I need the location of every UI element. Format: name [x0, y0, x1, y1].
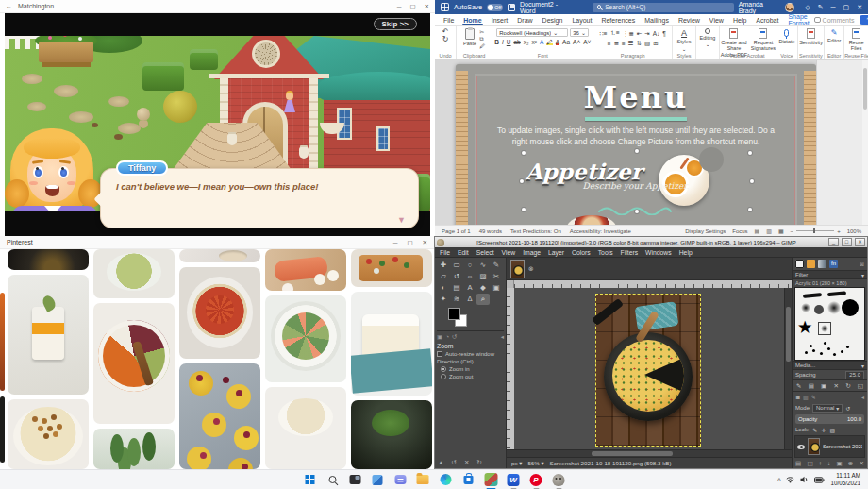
maximize-icon[interactable]: ▢: [409, 3, 415, 10]
numbering-icon[interactable]: ⒈≡: [610, 29, 620, 38]
subscript-icon[interactable]: x₂: [524, 39, 529, 45]
transform-tool-icon[interactable]: ⇔: [463, 271, 476, 282]
tab-mailings[interactable]: Mailings: [640, 16, 674, 25]
redo-icon[interactable]: ↻: [442, 36, 449, 43]
fonts-tab-icon[interactable]: fn: [829, 260, 838, 268]
underline-icon[interactable]: U: [507, 39, 511, 45]
color-swatches[interactable]: [448, 308, 471, 329]
delete-layer-icon[interactable]: ✕: [859, 460, 863, 467]
unit-select[interactable]: px ▾: [511, 460, 522, 466]
tab-help[interactable]: Help: [728, 16, 751, 25]
accessibility-status[interactable]: Accessibility: Investigate: [570, 228, 631, 234]
duplicate-brush-icon[interactable]: ▣: [821, 382, 826, 390]
lock-alpha-icon[interactable]: ▨: [829, 427, 835, 433]
pin[interactable]: [93, 429, 175, 469]
wifi-icon[interactable]: [786, 476, 794, 483]
tab-acrobat[interactable]: Acrobat: [751, 16, 783, 25]
scissors-tool-icon[interactable]: ✂: [490, 271, 503, 282]
patterns-tab-icon[interactable]: [807, 260, 815, 268]
pin[interactable]: [351, 292, 432, 396]
pin[interactable]: [0, 396, 5, 463]
brush-filter-row[interactable]: Filter▾: [793, 270, 867, 279]
document-area[interactable]: Menu To update images, single click with…: [435, 60, 868, 225]
pin[interactable]: [351, 249, 432, 287]
comments-button[interactable]: Comments: [814, 17, 855, 24]
tab-draw[interactable]: Draw: [512, 16, 537, 25]
volume-icon[interactable]: [800, 476, 809, 483]
rect-select-tool-icon[interactable]: ▭: [450, 260, 463, 271]
lock-pixels-icon[interactable]: ✎: [812, 427, 817, 433]
focus-mode[interactable]: Focus: [732, 228, 747, 234]
restore-icon[interactable]: ▢: [843, 4, 850, 11]
new-group-icon[interactable]: ◫: [807, 460, 812, 467]
reuse-files-button[interactable]: Reuse Files: [846, 28, 866, 52]
delete-options-icon[interactable]: ✕: [464, 459, 469, 466]
auto-resize-checkbox[interactable]: Auto-resize window: [437, 351, 504, 357]
lower-layer-icon[interactable]: ↓: [827, 460, 830, 467]
refresh-brushes-icon[interactable]: ↻: [845, 382, 850, 390]
menu-colors[interactable]: Colors: [572, 249, 591, 256]
media-row[interactable]: Media...▾: [793, 361, 867, 370]
save-icon[interactable]: [508, 4, 515, 11]
lock-position-icon[interactable]: ✛: [821, 427, 826, 433]
minimize-icon[interactable]: ─: [831, 4, 836, 11]
selection-handle[interactable]: [635, 149, 639, 153]
menu-windows[interactable]: Windows: [645, 249, 672, 256]
pin[interactable]: [93, 249, 175, 298]
pin[interactable]: [265, 295, 346, 382]
canvas-vscrollbar[interactable]: [784, 288, 792, 449]
shading-icon[interactable]: ▨: [644, 40, 650, 47]
merge-layer-icon[interactable]: ⊕: [848, 460, 853, 467]
zoom-level[interactable]: 100%: [847, 228, 861, 234]
selection-handle[interactable]: [522, 208, 526, 211]
brushes-tab-icon[interactable]: [795, 260, 804, 268]
copy-icon[interactable]: ⧉: [479, 36, 485, 42]
chat-button[interactable]: [392, 472, 409, 488]
superscript-icon[interactable]: x²: [531, 39, 536, 45]
new-brush-icon[interactable]: ▤: [809, 382, 814, 390]
skip-button[interactable]: Skip >>: [374, 18, 417, 30]
font-size-select[interactable]: 36⌄: [570, 28, 589, 37]
pin[interactable]: [179, 267, 260, 359]
menu-image[interactable]: Image: [523, 249, 541, 256]
selection-handle[interactable]: [748, 208, 752, 211]
restore-options-icon[interactable]: ↺: [451, 459, 456, 466]
free-select-tool-icon[interactable]: ∿: [476, 260, 490, 271]
tray-expand-icon[interactable]: ^: [777, 477, 780, 483]
appetizer-heading[interactable]: Appetizer: [526, 159, 643, 184]
display-settings[interactable]: Display Settings: [685, 228, 726, 234]
switch-mode-icon[interactable]: ↺: [845, 405, 850, 412]
appetizer-caption[interactable]: Describe your Appetizer.: [456, 181, 816, 191]
tab-layout[interactable]: Layout: [567, 16, 596, 25]
image-tab-close-icon[interactable]: ⊗: [528, 265, 534, 273]
selection-handle[interactable]: [748, 151, 752, 155]
pin[interactable]: [8, 249, 89, 270]
minimize-icon[interactable]: ─: [393, 239, 398, 246]
tab-view[interactable]: View: [705, 16, 728, 25]
eraser-tool-icon[interactable]: ◆: [476, 282, 490, 294]
open-brush-icon[interactable]: ◱: [858, 382, 863, 390]
menu-view[interactable]: View: [502, 249, 516, 256]
menu-help[interactable]: Help: [679, 249, 693, 256]
edit-brush-icon[interactable]: ✎: [796, 382, 801, 390]
ellipse-select-tool-icon[interactable]: ○: [463, 260, 476, 271]
tab-design[interactable]: Design: [538, 16, 568, 25]
tab-review[interactable]: Review: [674, 16, 705, 25]
tool-options-tab-icon[interactable]: ▣: [437, 333, 442, 341]
foreground-color[interactable]: [448, 308, 460, 320]
close-icon[interactable]: ✕: [425, 3, 429, 10]
close-icon[interactable]: ✕: [855, 238, 865, 246]
editing-mode-icon[interactable]: ✎: [818, 4, 824, 11]
paths-tab-icon[interactable]: ✎: [811, 394, 816, 400]
minimize-icon[interactable]: _: [828, 238, 839, 246]
dictate-button[interactable]: Dictate: [778, 28, 794, 44]
print-layout-icon[interactable]: ▥: [766, 228, 772, 234]
smudge-tool-icon[interactable]: ✦: [437, 294, 450, 305]
maximize-icon[interactable]: □: [842, 238, 852, 246]
opacity-slider[interactable]: Opacity 100.0: [795, 414, 864, 424]
close-icon[interactable]: ✕: [857, 4, 862, 11]
delete-brush-icon[interactable]: ✕: [833, 382, 838, 390]
menu-edit[interactable]: Edit: [458, 249, 469, 256]
brush-preview-grid[interactable]: ★: [794, 287, 865, 361]
pin[interactable]: [265, 249, 346, 291]
